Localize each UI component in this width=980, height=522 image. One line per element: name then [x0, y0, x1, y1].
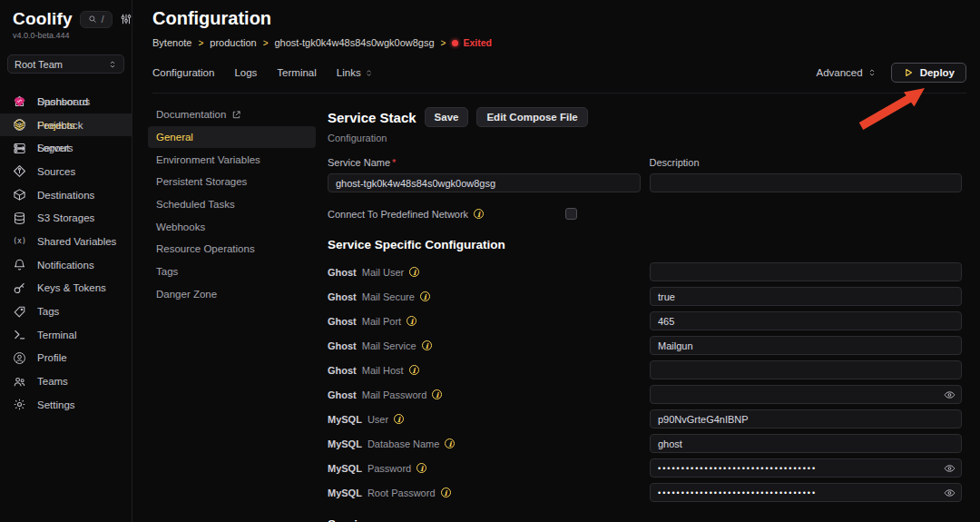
sidebar-item-sponsor-us[interactable]: Sponsor us [0, 90, 132, 113]
subnav-item-documentation[interactable]: Documentation [148, 103, 316, 126]
subnav-item-label: General [156, 132, 193, 143]
field-label: MySQLPasswordi [328, 463, 650, 474]
chevron-up-down-icon [108, 60, 117, 69]
subnav-item-resource-operations[interactable]: Resource Operations [148, 238, 316, 261]
subnav-item-label: Scheduled Tasks [156, 199, 235, 210]
tab-configuration[interactable]: Configuration [152, 67, 214, 78]
subnav-item-environment-variables[interactable]: Environment Variables [148, 148, 316, 171]
description-input[interactable] [650, 173, 963, 192]
chevron-up-down-icon [867, 68, 877, 77]
info-icon[interactable]: i [432, 389, 442, 399]
field-input-wrap [650, 360, 962, 379]
tabs: ConfigurationLogsTerminalLinks [152, 67, 373, 78]
field-input-wrap [650, 409, 962, 428]
info-icon[interactable]: i [420, 291, 430, 301]
info-icon[interactable]: i [407, 316, 416, 326]
subnav-item-danger-zone[interactable]: Danger Zone [148, 283, 316, 306]
field-input-wrap [650, 262, 962, 281]
subnav-item-tags[interactable]: Tags [148, 261, 316, 283]
svg-text:?: ? [17, 122, 21, 128]
tab-logs[interactable]: Logs [234, 67, 257, 78]
field-label: MySQLUseri [328, 414, 650, 425]
info-icon[interactable]: i [394, 414, 404, 424]
sidebar-item-feedback[interactable]: ?Feedback [0, 113, 132, 137]
sidebar-item-logout[interactable]: Logout [0, 136, 132, 160]
tab-links[interactable]: Links [337, 67, 373, 78]
field-input-mysql-user[interactable] [650, 409, 962, 428]
adjustments-icon[interactable] [120, 13, 132, 25]
field-input-wrap [650, 434, 962, 453]
field-input-ghost-mail-host[interactable] [650, 360, 962, 379]
edit-compose-button[interactable]: Edit Compose File [476, 107, 587, 127]
info-icon[interactable]: i [409, 365, 419, 375]
info-icon[interactable]: i [474, 209, 484, 219]
info-icon[interactable]: i [422, 340, 432, 350]
updown-icon [365, 69, 373, 77]
field-group: Ghost [328, 340, 357, 351]
eye-icon[interactable] [944, 462, 956, 474]
field-input-ghost-mail-service[interactable] [650, 336, 962, 355]
subnav-item-webhooks[interactable]: Webhooks [148, 215, 316, 238]
breadcrumb-item[interactable]: Bytenote [152, 37, 191, 48]
search-shortcut: / [102, 15, 104, 25]
field-label: GhostMail Useri [328, 267, 650, 278]
info-icon[interactable]: i [441, 488, 451, 497]
info-icon[interactable]: i [445, 438, 455, 448]
stack-subtitle: Configuration [328, 133, 962, 143]
breadcrumb: Bytenote>production>ghost-tgk0k4w48s84s0… [152, 37, 980, 48]
eye-icon[interactable] [944, 389, 956, 400]
logout-icon [13, 142, 26, 155]
field-input-mysql-database-name[interactable] [650, 434, 962, 453]
field-input-wrap [650, 336, 962, 355]
field-input-ghost-mail-port[interactable] [650, 311, 962, 330]
field-input-wrap [650, 458, 962, 478]
extlink-icon [231, 110, 241, 120]
field-row-mysql-password: MySQLPasswordi [328, 456, 962, 480]
field-row-mysql-user: MySQLUseri [328, 407, 962, 431]
field-group: Ghost [328, 389, 357, 400]
breadcrumb-separator: > [441, 38, 446, 48]
breadcrumb-item[interactable]: ghost-tgk0k4w48s84s0wgk0ow8gsg [274, 37, 434, 48]
field-input-ghost-mail-password[interactable] [650, 385, 962, 404]
subnav-item-general[interactable]: General [148, 126, 316, 149]
deploy-button[interactable]: Deploy [891, 63, 966, 83]
save-button[interactable]: Save [425, 107, 469, 127]
app-logo[interactable]: Coolify [13, 9, 73, 29]
predefined-network-row: Connect To Predefined Network i [328, 208, 962, 220]
subnav-item-label: Webhooks [156, 222, 205, 232]
name-description-grid: Service Name* Description [328, 157, 962, 192]
status-label: Exited [463, 37, 492, 48]
tab-label: Links [337, 67, 361, 78]
field-label: GhostMail Porti [328, 316, 650, 327]
field-group: MySQL [328, 438, 362, 449]
field-group: Ghost [328, 267, 357, 278]
search-button[interactable]: / [80, 11, 113, 28]
field-row-mysql-database-name: MySQLDatabase Namei [328, 431, 962, 456]
content: DocumentationGeneralEnvironment Variable… [132, 103, 980, 522]
field-label: MySQLRoot Passwordi [328, 488, 650, 498]
tab-label: Terminal [277, 67, 316, 78]
subnav-item-scheduled-tasks[interactable]: Scheduled Tasks [148, 193, 316, 216]
sidebar: Coolify / v4.0.0-beta.444 Root Team Dash… [0, 0, 132, 522]
team-selector-value: Root Team [15, 59, 63, 70]
predefined-network-checkbox[interactable] [565, 208, 577, 220]
info-icon[interactable]: i [416, 463, 426, 473]
status-dot-icon [452, 40, 458, 46]
sidebar-item-label: Logout [37, 143, 69, 153]
service-fields: GhostMail UseriGhostMail SecureiGhostMai… [328, 260, 962, 505]
subnav-item-label: Environment Variables [156, 154, 260, 165]
subnav-item-persistent-storages[interactable]: Persistent Storages [148, 171, 316, 193]
field-input-ghost-mail-secure[interactable] [650, 287, 962, 306]
team-selector[interactable]: Root Team [7, 54, 124, 74]
field-input-ghost-mail-user[interactable] [650, 262, 962, 281]
field-input-mysql-password[interactable] [650, 458, 962, 478]
eye-icon[interactable] [944, 487, 956, 498]
service-name-input[interactable] [328, 173, 641, 192]
tab-terminal[interactable]: Terminal [277, 67, 316, 78]
field-input-mysql-root-password[interactable] [650, 483, 962, 502]
service-name-label: Service Name* [328, 157, 641, 168]
advanced-dropdown[interactable]: Advanced [817, 67, 877, 78]
breadcrumb-item[interactable]: production [210, 37, 256, 48]
info-icon[interactable]: i [409, 267, 419, 277]
field-name: Mail User [362, 267, 404, 278]
